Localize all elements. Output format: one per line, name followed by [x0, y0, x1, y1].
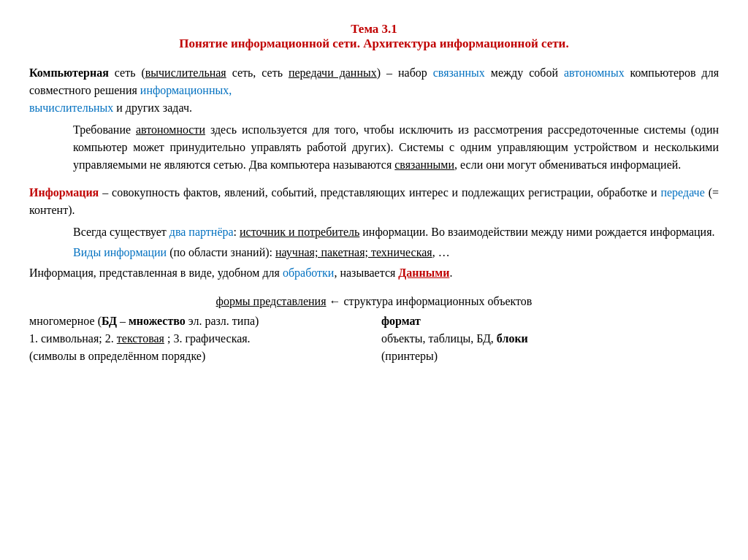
page-container: Тема 3.1 Понятие информационной сети. Ар… [29, 22, 719, 365]
two-column-layout: многомерное (БД – множество эл. разл. ти… [29, 312, 719, 365]
section-information: Информация – совокупность фактов, явлени… [29, 184, 719, 282]
text-po-oblasti: (по области знаний): [167, 246, 275, 258]
text-set2: сеть, сеть [226, 66, 289, 79]
para-dannymi: Информация, представленная в виде, удобн… [29, 264, 719, 282]
para-vidy: Виды информации (по области знаний): нау… [29, 244, 719, 261]
text-obrabotki: обработки [283, 266, 335, 279]
text-peredachi-dannyh: передачи данных [289, 66, 377, 79]
arrow-icon: ← [329, 295, 344, 307]
bottom-section: формы представления ← структура информац… [29, 295, 719, 365]
text-svyazannymi: связанными [394, 158, 454, 171]
title-block: Тема 3.1 Понятие информационной сети. Ар… [29, 22, 719, 51]
text-istochnik: источник и потребитель [240, 226, 359, 238]
text-avtonomnyh: автономных [564, 66, 625, 79]
text-nauchnaya: научная; пакетная; техническая [275, 246, 432, 258]
section-computer-network: Компьютерная сеть (вычислительная сеть, … [29, 64, 719, 174]
text-mezhdu: между собой [485, 66, 564, 79]
col-left-line3: (символы в определённом порядке) [29, 348, 367, 365]
text-vidy-informacii: Виды информации [73, 246, 167, 258]
text-kompyuternaya: Компьютерная [29, 66, 109, 79]
text-sovokupnost: – совокупность фактов, явлений, событий,… [99, 186, 660, 199]
text-peredache: передаче [660, 186, 704, 199]
col-right-line3: (принтеры) [381, 348, 719, 365]
col-right: формат объекты, таблицы, БД, блоки (прин… [381, 312, 719, 365]
col-left-line2: 1. символьная; 2. текстовая ; 3. графиче… [29, 330, 367, 348]
text-dva-partnera: два партнёра [169, 226, 234, 238]
para-partners: Всегда существует два партнёра: источник… [29, 223, 719, 241]
text-informacionnyh: информационных, [140, 84, 232, 96]
title-line1: Тема 3.1 [29, 22, 719, 37]
text-avtonomnosti: автономности [136, 123, 205, 136]
text-set: сеть ( [115, 66, 145, 79]
para-computer-network: Компьютерная сеть (вычислительная сеть, … [29, 64, 719, 117]
para-information: Информация – совокупность фактов, явлени… [29, 184, 719, 219]
text-svyazannyh: связанных [433, 66, 485, 79]
forms-line: формы представления ← структура информац… [29, 295, 719, 308]
text-tekstovaya: текстовая [117, 332, 164, 345]
text-formy-predstavleniya: формы представления [216, 295, 327, 307]
text-nabor: ) – набор [377, 66, 433, 79]
text-vychislitelnyh: вычислительных [29, 101, 113, 114]
para-autonomy: Требование автономности здесь использует… [29, 121, 719, 174]
text-informaciya: Информация [29, 186, 99, 199]
text-mnozhestvo: множество [129, 315, 186, 327]
text-bd: БД [102, 315, 117, 327]
col-right-line2: объекты, таблицы, БД, блоки [381, 330, 719, 348]
text-vychislitelnaya: вычислительная [145, 66, 226, 79]
text-i-dr: и других задач. [113, 101, 192, 114]
text-dannymi: Данными [398, 266, 449, 279]
title-line2: Понятие информационной сети. Архитектура… [29, 37, 719, 51]
col-right-format: формат [381, 312, 719, 330]
text-struktura: структура информационных объектов [344, 295, 533, 307]
text-dots: , … [432, 246, 450, 258]
col-left-line1: многомерное (БД – множество эл. разл. ти… [29, 312, 367, 330]
text-bloki: блоки [497, 332, 528, 345]
col-left: многомерное (БД – множество эл. разл. ти… [29, 312, 367, 365]
